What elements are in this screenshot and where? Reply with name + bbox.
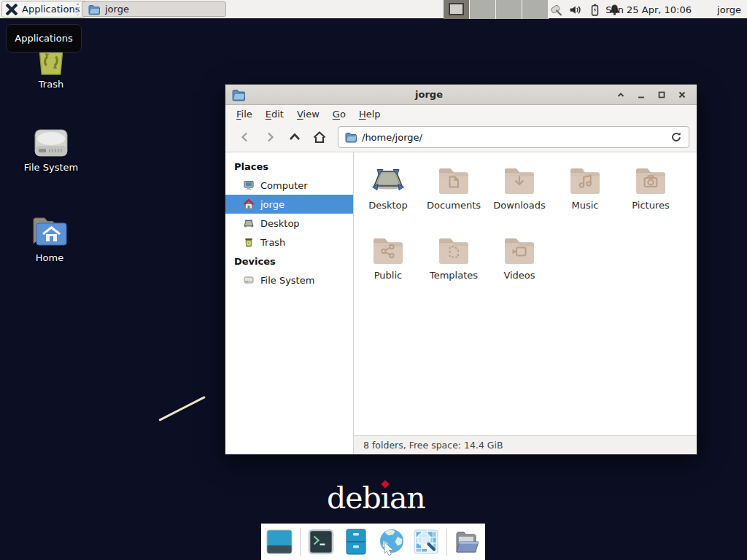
workspace-switcher: [444, 0, 549, 19]
home-folder-icon: [30, 214, 69, 249]
desktop-icon-home[interactable]: Home: [12, 214, 88, 263]
user-home-icon: [243, 198, 255, 210]
sidebar-item-file-system[interactable]: File System: [225, 271, 353, 289]
desktop-icon-label: Trash: [39, 79, 63, 90]
folder-item-pictures[interactable]: Pictures: [618, 163, 684, 233]
pointer-device-icon[interactable]: [549, 3, 562, 17]
folder-item-label: Documents: [427, 200, 481, 211]
logo-text: deb: [327, 481, 381, 516]
sidebar-item-computer[interactable]: Computer: [225, 176, 353, 195]
dock-launcher-show-desktop[interactable]: [265, 527, 294, 556]
minimize-button[interactable]: [633, 87, 649, 103]
sidebar-item-label: Computer: [260, 180, 308, 191]
folder-item-label: Templates: [430, 270, 478, 281]
folder-item-music[interactable]: Music: [552, 163, 618, 233]
statusbar: 8 folders, Free space: 14.4 GiB: [354, 435, 697, 454]
folder-item-downloads[interactable]: Downloads: [487, 163, 552, 233]
dock-launcher-file-manager[interactable]: [452, 527, 481, 556]
folder-item-label: Pictures: [632, 200, 669, 211]
folder-pictures-icon: [633, 163, 668, 198]
sidebar-item-label: Trash: [260, 237, 285, 248]
folder-item-public[interactable]: Public: [355, 233, 421, 303]
folder-icon: [345, 131, 357, 143]
folder-item-videos[interactable]: Videos: [487, 233, 552, 303]
dock-panel: [261, 524, 485, 560]
sidebar-item-label: jorge: [260, 199, 285, 210]
workspace-1[interactable]: [444, 0, 470, 19]
reload-icon[interactable]: [670, 131, 682, 143]
location-text: /home/jorge/: [362, 132, 665, 143]
location-bar[interactable]: /home/jorge/: [338, 126, 689, 148]
sidebar-header-devices: Devices: [225, 252, 353, 271]
sidebar-item-label: File System: [260, 275, 314, 286]
window-body: Places Computer jo: [225, 152, 697, 454]
sidebar-header-places: Places: [225, 157, 353, 176]
forward-button[interactable]: [258, 126, 282, 148]
folder-item-desktop[interactable]: Desktop: [355, 163, 421, 233]
close-button[interactable]: [674, 87, 690, 103]
sidebar-item-label: Desktop: [260, 218, 300, 229]
taskbar-item-jorge[interactable]: jorge: [82, 1, 226, 17]
home-button[interactable]: [307, 126, 332, 148]
desktop-icon: [243, 217, 255, 229]
folder-item-label: Public: [374, 270, 402, 281]
show-desktop-icon: [265, 527, 294, 556]
menu-go[interactable]: Go: [326, 107, 352, 121]
workspace-2[interactable]: [470, 0, 496, 19]
sidebar-item-trash[interactable]: Trash: [225, 233, 353, 252]
app-finder-icon: [411, 527, 441, 556]
maximize-button[interactable]: [654, 87, 670, 103]
volume-icon[interactable]: [568, 3, 582, 17]
sidebar: Places Computer jo: [225, 152, 354, 454]
logo-text: an: [390, 481, 425, 516]
folder-icon: [88, 4, 100, 15]
folder-documents-icon: [436, 163, 471, 198]
folder-videos-icon: [502, 233, 537, 268]
debian-wallpaper-logo: debıan: [327, 481, 422, 516]
folder-templates-icon: [436, 233, 471, 268]
folder-item-label: Downloads: [493, 200, 545, 211]
file-cabinet-icon: [341, 527, 371, 556]
window-titlebar[interactable]: jorge: [225, 85, 697, 105]
dock-launcher-terminal[interactable]: [306, 527, 336, 556]
desktop-icon-label: Home: [36, 252, 63, 263]
window-title: jorge: [249, 89, 608, 100]
dock-launcher-app-finder[interactable]: [411, 527, 441, 556]
folder-public-icon: [371, 233, 406, 268]
statusbar-text: 8 folders, Free space: 14.4 GiB: [363, 440, 503, 451]
trash-icon: [243, 236, 255, 248]
sidebar-item-desktop[interactable]: Desktop: [225, 214, 353, 233]
desktop-icon-file-system[interactable]: File System: [13, 127, 89, 173]
file-manager-window: jorge File Edit View Go Help: [225, 84, 697, 455]
workspace-3[interactable]: [496, 0, 522, 19]
folder-item-label: Music: [572, 200, 599, 211]
workspace-4[interactable]: [522, 0, 549, 19]
panel-clock[interactable]: Sun 25 Apr, 10:06: [605, 0, 692, 19]
panel-user-menu[interactable]: jorge: [717, 0, 741, 19]
folder-item-documents[interactable]: Documents: [421, 163, 487, 233]
up-button[interactable]: [282, 126, 307, 148]
desktop-icon-label: File System: [24, 162, 78, 173]
taskbar-item-label: jorge: [105, 4, 129, 15]
file-manager-icon: [452, 527, 481, 556]
terminal-icon: [306, 527, 336, 556]
back-button[interactable]: [233, 126, 258, 148]
clock-text: Sun 25 Apr, 10:06: [605, 4, 692, 15]
applications-menu-button[interactable]: Applications: [1, 1, 86, 18]
panel-handle: [77, 4, 79, 15]
file-grid: Desktop Documents Do: [354, 152, 697, 435]
shade-button[interactable]: [613, 87, 629, 103]
dock-launcher-web-browser[interactable]: [376, 527, 406, 556]
dock-separator: [300, 528, 301, 556]
applications-menu-icon: [6, 4, 18, 15]
menu-view[interactable]: View: [290, 107, 326, 121]
folder-item-templates[interactable]: Templates: [421, 233, 487, 303]
dock-launcher-file-cabinet[interactable]: [341, 527, 371, 556]
top-panel: Applications jorge: [0, 0, 747, 19]
menu-edit[interactable]: Edit: [259, 107, 290, 121]
sidebar-item-jorge[interactable]: jorge: [225, 195, 353, 214]
menu-help[interactable]: Help: [352, 107, 387, 121]
computer-icon: [243, 179, 255, 191]
battery-icon[interactable]: [588, 3, 602, 17]
menu-file[interactable]: File: [230, 107, 259, 121]
